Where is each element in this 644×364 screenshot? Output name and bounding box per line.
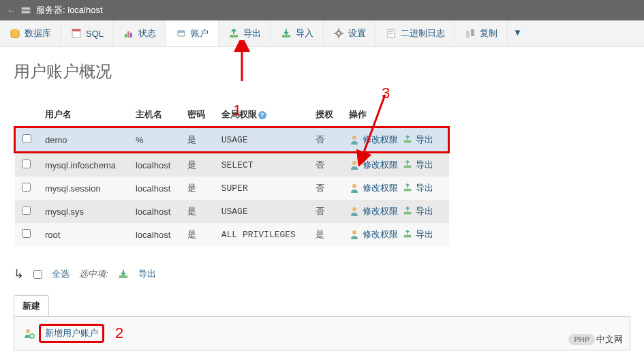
tab-1[interactable]: SQL — [61, 20, 114, 46]
cell-ops: 修改权限导出 — [342, 223, 448, 246]
col-user[interactable]: 用户名 — [38, 103, 129, 127]
cell-ops: 修改权限导出 — [342, 200, 448, 223]
cell-priv: USAGE — [215, 127, 309, 153]
row-export-link[interactable]: 导出 — [416, 159, 433, 171]
table-row: demo%是USAGE否修改权限导出 — [15, 127, 449, 153]
chevron-left-icon[interactable]: ← — [7, 5, 16, 16]
cell-grant: 否 — [309, 177, 342, 200]
svg-rect-0 — [22, 7, 30, 10]
row-checkbox[interactable] — [22, 206, 31, 215]
svg-rect-27 — [404, 212, 412, 215]
users-table: 用户名 主机名 密码 全局权限? 授权 操作 demo%是USAGE否修改权限导… — [14, 103, 450, 246]
tab-more[interactable]: ▼ — [508, 20, 527, 46]
table-row: mysql.syslocalhost是USAGE否修改权限导出 — [15, 200, 449, 223]
row-export-link[interactable]: 导出 — [416, 134, 433, 146]
table-row: mysql.infoschemalocalhost是SELECT否修改权限导出 — [15, 153, 449, 177]
svg-rect-29 — [404, 235, 412, 238]
export-icon — [118, 269, 129, 279]
arrow-up-icon: ↳ — [14, 267, 24, 282]
user-edit-icon — [349, 135, 360, 145]
user-edit-icon — [349, 207, 360, 216]
php-badge: PHP — [568, 334, 595, 345]
tab-icon — [123, 28, 134, 39]
svg-point-22 — [352, 161, 356, 165]
help-icon[interactable]: ? — [258, 111, 266, 119]
col-grant[interactable]: 授权 — [309, 103, 342, 127]
tab-label: 复制 — [480, 27, 497, 40]
cell-priv: USAGE — [215, 200, 309, 223]
row-export-link[interactable]: 导出 — [416, 205, 433, 217]
svg-point-31 — [26, 329, 30, 333]
cell-user: mysql.sys — [38, 200, 129, 223]
bulk-export-link[interactable]: 导出 — [138, 268, 156, 280]
svg-rect-16 — [466, 31, 470, 37]
cell-host: localhost — [129, 223, 181, 246]
tab-label: 导入 — [296, 27, 313, 40]
col-priv[interactable]: 全局权限? — [215, 103, 309, 127]
row-export-link[interactable]: 导出 — [416, 228, 433, 241]
svg-point-12 — [337, 31, 341, 35]
cell-host: localhost — [129, 200, 181, 223]
tab-icon — [176, 28, 187, 39]
table-header-row: 用户名 主机名 密码 全局权限? 授权 操作 — [15, 103, 449, 127]
edit-priv-link[interactable]: 修改权限 — [363, 159, 398, 171]
row-checkbox[interactable] — [22, 229, 31, 238]
cell-pwd: 是 — [181, 177, 214, 200]
tab-icon — [333, 28, 344, 39]
table-row: rootlocalhost是ALL PRIVILEGES是修改权限导出 — [15, 223, 449, 246]
edit-priv-link[interactable]: 修改权限 — [363, 228, 398, 241]
breadcrumb: ← 服务器: localhost — [0, 0, 644, 20]
export-icon — [402, 135, 413, 145]
watermark: PHP 中文网 — [568, 333, 623, 346]
col-ops: 操作 — [342, 103, 448, 127]
tab-icon — [465, 28, 476, 39]
cell-host: localhost — [129, 153, 181, 177]
cell-priv: SUPER — [215, 177, 309, 200]
tab-icon — [228, 28, 239, 39]
cell-pwd: 是 — [181, 153, 214, 177]
tab-label: 数据库 — [25, 27, 51, 40]
watermark-text: 中文网 — [596, 333, 623, 346]
cell-priv: SELECT — [215, 153, 309, 177]
row-checkbox[interactable] — [22, 160, 31, 168]
tab-6[interactable]: 设置 — [324, 20, 376, 46]
tab-2[interactable]: 状态 — [114, 20, 166, 46]
tab-7[interactable]: 二进制日志 — [376, 20, 455, 46]
with-selected-label: 选中项: — [79, 268, 108, 280]
cell-pwd: 是 — [181, 127, 214, 153]
annotation-2: 2 — [115, 324, 123, 342]
edit-priv-link[interactable]: 修改权限 — [363, 182, 398, 194]
checkall-checkbox[interactable] — [33, 270, 42, 279]
row-checkbox[interactable] — [22, 134, 31, 143]
svg-point-24 — [352, 184, 356, 188]
page-title: 用户账户概况 — [14, 61, 630, 82]
svg-rect-1 — [22, 11, 30, 14]
tab-5[interactable]: 导入 — [271, 20, 324, 46]
svg-rect-25 — [404, 189, 412, 192]
user-edit-icon — [349, 160, 360, 170]
tab-icon — [281, 28, 292, 39]
edit-priv-link[interactable]: 修改权限 — [363, 205, 398, 217]
svg-rect-21 — [404, 140, 412, 143]
row-export-link[interactable]: 导出 — [416, 182, 433, 194]
add-user-link[interactable]: 新增用户账户 — [39, 324, 104, 343]
tab-3[interactable]: 账户 — [166, 20, 219, 46]
tab-0[interactable]: 数据库 — [0, 20, 61, 46]
row-checkbox[interactable] — [22, 183, 31, 192]
svg-rect-6 — [127, 31, 129, 37]
cell-grant: 否 — [309, 127, 342, 153]
svg-rect-23 — [404, 166, 412, 168]
col-host[interactable]: 主机名 — [129, 103, 181, 127]
checkall-link[interactable]: 全选 — [52, 268, 70, 280]
svg-rect-10 — [230, 35, 238, 37]
tab-4[interactable]: 导出 — [219, 20, 271, 46]
annotation-3: 3 — [382, 85, 390, 102]
cell-priv: ALL PRIVILEGES — [215, 223, 309, 246]
bulk-actions: ↳ 全选 选中项: 导出 — [0, 260, 644, 295]
col-pwd[interactable]: 密码 — [181, 103, 214, 127]
tab-8[interactable]: 复制 — [455, 20, 508, 46]
tab-label: 账户 — [191, 27, 209, 40]
new-section: 新建 新增用户账户 2 PHP 中文网 — [14, 295, 630, 350]
edit-priv-link[interactable]: 修改权限 — [363, 134, 398, 146]
new-section-title: 新建 — [14, 295, 49, 316]
